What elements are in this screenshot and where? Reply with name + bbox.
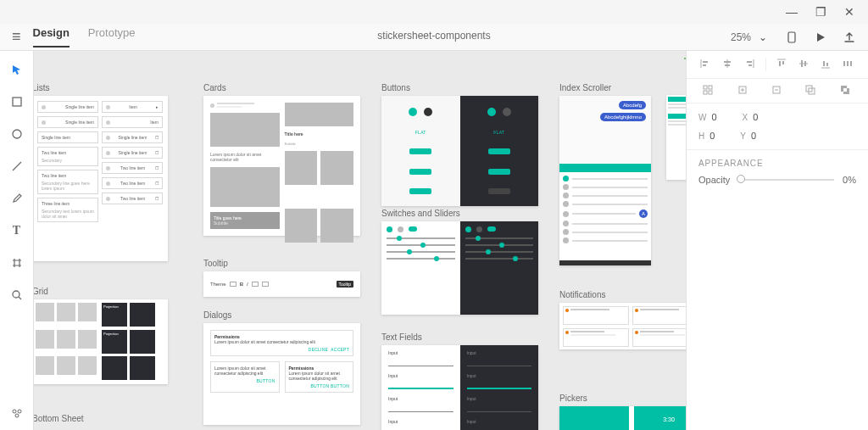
document-title: stickersheet-components: [377, 30, 490, 42]
list-text: Two line item: [120, 196, 145, 201]
subtract-icon[interactable]: [771, 84, 784, 98]
artboard-text-fields[interactable]: InputInputInputInput InputInputInputInpu…: [381, 345, 538, 430]
add-icon[interactable]: [737, 84, 750, 98]
svg-marker-1: [817, 33, 825, 42]
device-preview-icon[interactable]: [785, 31, 798, 44]
list-text: Two line item: [42, 150, 66, 155]
artboard-dialogs[interactable]: Permissions Lorem ipsum dolor sit amet c…: [203, 323, 360, 425]
svg-line-7: [19, 297, 21, 299]
grid-tile: Projection: [102, 330, 127, 354]
chevron-down-icon: ⌄: [756, 31, 770, 44]
grid-tile: Projection: [102, 303, 127, 327]
align-bottom-icon[interactable]: [820, 58, 833, 71]
tool-ellipse[interactable]: [8, 126, 25, 142]
svg-rect-31: [850, 61, 852, 66]
picker-time: 3:30: [634, 406, 686, 430]
share-export-icon[interactable]: [843, 31, 856, 44]
dialog-accept: ACCEPT: [331, 347, 349, 352]
tool-pen[interactable]: [8, 190, 25, 207]
svg-rect-24: [801, 60, 803, 67]
window-titlebar: — ❐ ✕: [0, 0, 868, 24]
width-label: W: [698, 113, 706, 122]
artboard-cards[interactable]: Lorem ipsum dolor sit amet consectetur e…: [203, 96, 360, 236]
restore-button[interactable]: ❐: [814, 5, 827, 19]
card-subtitle: Subtitle: [214, 221, 276, 226]
close-button[interactable]: ✕: [843, 5, 856, 19]
svg-rect-33: [709, 86, 712, 89]
align-top-icon[interactable]: [776, 58, 789, 71]
tool-assets[interactable]: [8, 405, 25, 422]
list-text: Single line item: [119, 150, 147, 155]
svg-rect-45: [843, 88, 847, 92]
tool-line[interactable]: [8, 158, 25, 175]
appearance-section-title: APPEARANCE: [687, 150, 868, 171]
artboard-pickers[interactable]: 3:30: [559, 406, 686, 430]
x-input[interactable]: 0: [753, 112, 758, 122]
tool-rectangle[interactable]: [8, 93, 25, 110]
width-input[interactable]: 0: [711, 112, 716, 122]
group-label-index: Index Scroller: [559, 83, 651, 92]
dialog-decline: DECLINE: [309, 347, 328, 352]
svg-rect-35: [709, 91, 712, 94]
group-label-tooltip: Tooltip: [203, 259, 360, 268]
app-bar: ≡ Design Prototype stickersheet-componen…: [0, 24, 868, 51]
y-input[interactable]: 0: [751, 131, 756, 141]
group-label-text-fields: Text Fields: [381, 332, 538, 342]
align-center-h-icon[interactable]: [721, 58, 735, 71]
tool-select[interactable]: [8, 61, 25, 78]
align-right-icon[interactable]: [743, 58, 757, 71]
align-center-v-icon[interactable]: [798, 58, 811, 71]
artboard-lists[interactable]: Single line item Single line item Single…: [34, 96, 168, 261]
height-input[interactable]: 0: [709, 131, 715, 141]
list-text: Single line item: [42, 135, 70, 140]
artboard-buttons[interactable]: FLAT FLAT: [381, 96, 538, 206]
svg-rect-32: [704, 86, 707, 89]
button-flat: FLAT: [493, 130, 504, 135]
play-preview-icon[interactable]: [814, 31, 827, 44]
dialog-button: BUTTON: [310, 383, 329, 388]
artboard-index-scroller[interactable]: Abcdefg Abcdefghijklmno A: [559, 96, 651, 265]
group-label-dialogs: Dialogs: [203, 310, 360, 320]
distribute-icon[interactable]: [842, 58, 855, 71]
opacity-slider[interactable]: [738, 179, 834, 181]
svg-rect-15: [724, 61, 731, 63]
svg-rect-22: [782, 61, 784, 64]
artboard-switches[interactable]: [381, 221, 538, 315]
artboard-clipped[interactable]: [666, 95, 686, 180]
hamburger-menu-icon[interactable]: ≡: [0, 28, 33, 46]
list-text: Single line item: [65, 120, 94, 125]
zoom-dropdown[interactable]: 25% ⌄: [731, 31, 770, 44]
group-label-cards: Cards: [203, 83, 360, 92]
svg-rect-25: [804, 61, 806, 66]
dialog-button: BUTTON: [331, 383, 349, 388]
tab-prototype[interactable]: Prototype: [88, 26, 136, 47]
artboard-tooltip[interactable]: Theme BI Tooltip: [203, 271, 360, 297]
svg-point-4: [13, 130, 21, 138]
group-label-bottom-sheet: Bottom Sheet: [34, 414, 84, 423]
dialog-body: Lorem ipsum dolor sit amet consectetur a…: [214, 339, 349, 344]
list-text: Two line item: [120, 165, 145, 170]
exclude-icon[interactable]: [839, 84, 853, 98]
height-label: H: [698, 131, 704, 141]
intersect-icon[interactable]: [804, 84, 818, 98]
svg-point-10: [15, 414, 19, 417]
repeat-grid-icon[interactable]: [702, 84, 715, 98]
card-body: Lorem ipsum dolor sit amet consectetur e…: [210, 152, 280, 162]
svg-rect-29: [843, 61, 845, 66]
tool-artboard[interactable]: [8, 254, 25, 271]
list-text: Two line item: [120, 181, 145, 186]
artboard-notifications[interactable]: [559, 303, 686, 349]
dialog-body: Lorem ipsum dolor sit amet consectetur a…: [214, 366, 275, 376]
opacity-value[interactable]: 0%: [843, 175, 856, 185]
align-left-icon[interactable]: [699, 58, 713, 71]
artboard-grid[interactable]: Projection Projection: [34, 299, 168, 384]
svg-rect-27: [823, 61, 825, 66]
svg-rect-12: [703, 61, 708, 63]
tooltip-text: Theme: [210, 282, 226, 287]
tool-text[interactable]: T: [8, 222, 25, 239]
design-canvas[interactable]: Lists Single line item Single line item …: [34, 51, 686, 430]
opacity-label: Opacity: [698, 175, 730, 185]
tool-zoom[interactable]: [8, 287, 25, 304]
minimize-button[interactable]: —: [785, 5, 798, 19]
tab-design[interactable]: Design: [33, 26, 70, 47]
